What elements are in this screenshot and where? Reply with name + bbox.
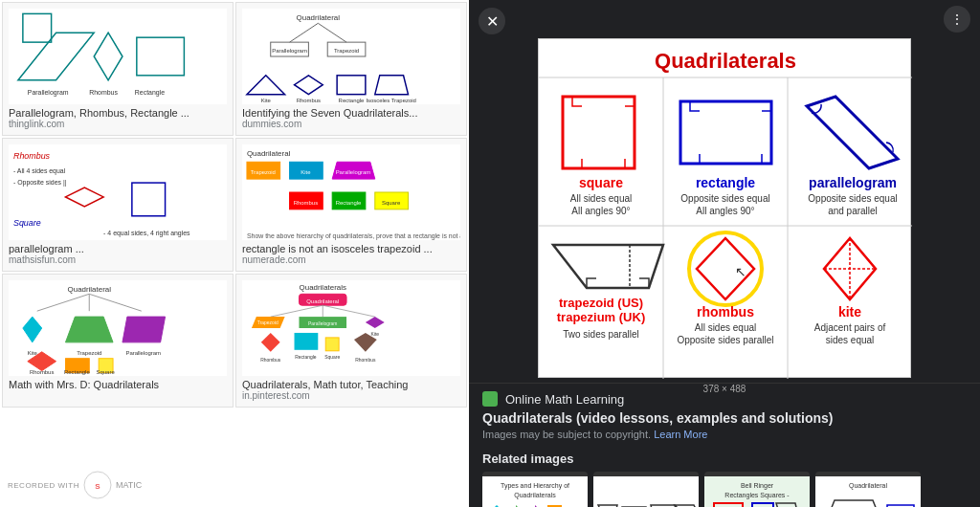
- svg-marker-16: [295, 76, 323, 95]
- list-item[interactable]: Parallelogram Rhombus Rectangle Parallel…: [2, 2, 234, 136]
- related-image-2[interactable]: [593, 472, 699, 507]
- svg-text:Rhombus: Rhombus: [294, 200, 318, 206]
- site-favicon-icon: [482, 391, 498, 407]
- svg-text:Quadrilateral: Quadrilateral: [306, 298, 339, 304]
- svg-text:Quadrilateral: Quadrilateral: [297, 13, 341, 22]
- svg-text:Rhombus: Rhombus: [297, 98, 321, 103]
- svg-text:Rectangle: Rectangle: [336, 200, 362, 206]
- svg-text:Square: Square: [324, 355, 340, 360]
- related-image-4[interactable]: Quadrilateral slide: [815, 472, 921, 507]
- image-source: thinglink.com: [9, 119, 227, 129]
- screencast-watermark: RECORDED WITH S MATIC: [8, 471, 142, 499]
- svg-text:Rhombus: Rhombus: [260, 358, 281, 363]
- svg-marker-71: [261, 333, 280, 352]
- share-button[interactable]: ⋮: [944, 6, 970, 33]
- image-caption: Parallelogram, Rhombus, Rectangle ...: [9, 107, 227, 119]
- svg-text:Trapezoid: Trapezoid: [77, 350, 101, 356]
- svg-text:Trapezoid: Trapezoid: [257, 320, 278, 325]
- image-thumbnail: Quadrilateral Parallelogram Trapezoid Ki…: [242, 9, 460, 104]
- svg-text:Isosceles Trapezoid: Isosceles Trapezoid: [366, 98, 415, 103]
- svg-line-8: [290, 23, 319, 42]
- svg-text:Kite: Kite: [301, 169, 311, 175]
- svg-rect-123: [593, 476, 699, 507]
- svg-text:Rhombus: Rhombus: [89, 89, 118, 96]
- svg-text:Square: Square: [13, 218, 41, 228]
- related-images-row: Types and Hierarchy of Quadrilaterals: [482, 472, 967, 507]
- svg-text:Types and Hierarchy of: Types and Hierarchy of: [501, 482, 569, 490]
- svg-marker-69: [366, 317, 385, 328]
- svg-text:Opposite sides parallel: Opposite sides parallel: [677, 335, 773, 345]
- svg-text:Square: Square: [382, 200, 401, 206]
- svg-text:square: square: [579, 175, 623, 190]
- svg-marker-0: [18, 33, 94, 80]
- svg-text:Kite: Kite: [371, 332, 380, 337]
- svg-text:Parallelogram: Parallelogram: [308, 321, 337, 326]
- screencast-brand: MATIC: [116, 480, 142, 490]
- svg-text:Two sides parallel: Two sides parallel: [563, 329, 638, 340]
- svg-marker-25: [65, 187, 103, 207]
- image-caption: Identifying the Seven Quadrilaterals...: [242, 107, 460, 119]
- svg-text:kite: kite: [838, 304, 861, 320]
- list-item[interactable]: Quadrilateral Parallelogram Trapezoid Ki…: [235, 2, 467, 136]
- image-title: Quadrilaterals (video lessons, examples …: [482, 410, 967, 426]
- screencast-logo-icon: S: [83, 471, 112, 499]
- svg-text:- Opposite sides ||: - Opposite sides ||: [13, 179, 67, 187]
- svg-rect-27: [132, 183, 166, 216]
- svg-text:rhombus: rhombus: [697, 304, 754, 320]
- image-dimensions-label: 378 × 488: [703, 384, 746, 394]
- svg-text:Parallelogram: Parallelogram: [272, 48, 307, 54]
- detail-main: Quadrilaterals square All sides equal Al…: [469, 38, 980, 383]
- svg-text:- All 4 sides equal: - All 4 sides equal: [13, 167, 66, 175]
- svg-text:parallelogram: parallelogram: [809, 175, 897, 190]
- related-image-3[interactable]: Bell Ringer Rectangles Squares - Bell Ri…: [704, 472, 810, 507]
- featured-image: Quadrilaterals square All sides equal Al…: [538, 38, 911, 378]
- svg-text:Parallelogram: Parallelogram: [336, 169, 371, 175]
- svg-text:All sides equal: All sides equal: [695, 322, 756, 333]
- svg-text:Opposite sides equal: Opposite sides equal: [808, 193, 897, 204]
- svg-rect-134: [815, 476, 921, 507]
- svg-marker-14: [247, 76, 285, 95]
- related-image-1[interactable]: Types and Hierarchy of Quadrilaterals: [482, 472, 588, 507]
- svg-line-64: [323, 305, 375, 317]
- svg-text:rectangle: rectangle: [696, 175, 755, 190]
- list-item[interactable]: Quadrilaterals Quadrilateral Trapezoid P…: [235, 274, 467, 408]
- svg-point-103: [689, 232, 762, 305]
- search-results-panel: Parallelogram Rhombus Rectangle Parallel…: [0, 0, 469, 507]
- image-thumbnail: Quadrilateral Trapezoid Kite Parallelogr…: [242, 144, 460, 240]
- svg-text:Show the above hierarchy of qu: Show the above hierarchy of quadrilatera…: [247, 232, 460, 240]
- list-item[interactable]: Quadrilateral Kite Trapezoid Parallelogr…: [2, 274, 234, 408]
- image-detail-panel: ✕ ⋮ Quadrilaterals square All: [469, 0, 980, 507]
- svg-text:Trapezoid: Trapezoid: [334, 48, 359, 54]
- svg-text:Rectangle: Rectangle: [64, 369, 90, 375]
- svg-marker-20: [375, 76, 409, 95]
- svg-text:Rhombus: Rhombus: [13, 151, 51, 161]
- learn-more-link[interactable]: Learn More: [654, 429, 707, 440]
- svg-rect-86: [563, 97, 635, 168]
- svg-text:Rectangle: Rectangle: [295, 355, 316, 360]
- svg-text:Parallelogram: Parallelogram: [28, 89, 69, 97]
- svg-text:- 4 equal sides, 4 right angle: - 4 equal sides, 4 right angles: [103, 230, 190, 237]
- image-source: mathsisfun.com: [9, 254, 227, 265]
- image-caption: parallelogram ...: [9, 243, 227, 254]
- svg-rect-4: [137, 37, 185, 76]
- svg-text:Bell Ringer: Bell Ringer: [741, 482, 774, 490]
- close-button[interactable]: ✕: [479, 8, 505, 34]
- svg-line-9: [318, 23, 346, 42]
- screencast-label: RECORDED WITH: [8, 481, 79, 490]
- svg-text:Quadrilateral: Quadrilateral: [247, 149, 291, 158]
- list-item[interactable]: Quadrilateral Trapezoid Kite Parallelogr…: [235, 138, 467, 272]
- svg-text:↖: ↖: [735, 264, 746, 279]
- svg-text:Parallelogram: Parallelogram: [125, 350, 161, 356]
- svg-text:Quadrilateral: Quadrilateral: [68, 285, 112, 294]
- list-item[interactable]: Rhombus - All 4 sides equal - Opposite s…: [2, 138, 234, 272]
- svg-text:All angles 90°: All angles 90°: [571, 206, 630, 216]
- image-caption: Math with Mrs. D: Quadrilaterals: [9, 379, 227, 390]
- svg-rect-6: [23, 13, 52, 42]
- svg-text:Quadrilateral: Quadrilateral: [849, 482, 888, 490]
- svg-text:Quadrilaterals: Quadrilaterals: [655, 49, 796, 73]
- image-grid: Parallelogram Rhombus Rectangle Parallel…: [0, 0, 469, 409]
- svg-text:Kite: Kite: [261, 98, 272, 103]
- svg-marker-47: [23, 317, 42, 342]
- svg-rect-18: [337, 76, 366, 95]
- image-thumbnail: Quadrilateral Kite Trapezoid Parallelogr…: [9, 280, 227, 376]
